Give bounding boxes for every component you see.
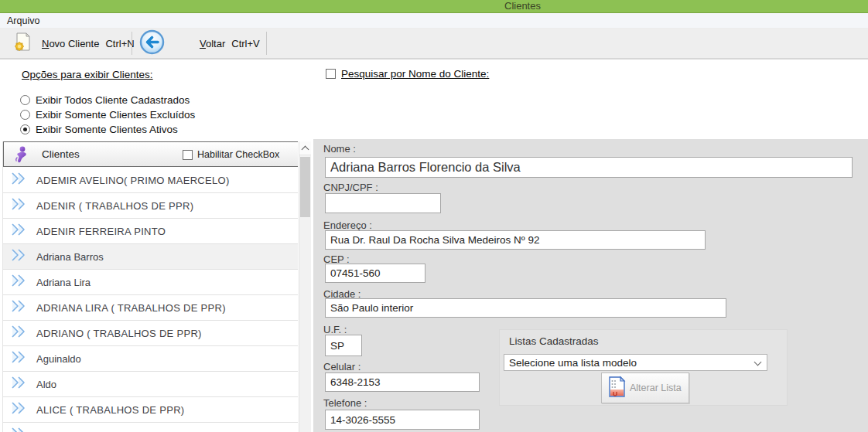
chevron-right-icon xyxy=(11,325,27,341)
novo-cliente-label: Novo Cliente xyxy=(42,38,99,49)
pesquisar-label: Pesquisar por Nome do Cliente: xyxy=(341,68,489,80)
client-list-panel: Clientes Habilitar CheckBox ADEMIR AVELI… xyxy=(2,141,298,432)
habilitar-checkbox-row[interactable]: Habilitar CheckBox xyxy=(183,149,279,160)
client-row[interactable]: Adriana Lira xyxy=(3,270,298,295)
pesquisar-nome-row[interactable]: Pesquisar por Nome do Cliente: xyxy=(326,68,489,80)
client-row[interactable]: ALICE ( TRABALHOS DE PPR) xyxy=(3,397,298,423)
chevron-right-icon xyxy=(11,172,27,188)
nome-label: Nome : xyxy=(323,143,356,155)
cnpj-cpf-label: CNPJ/CPF : xyxy=(323,182,378,193)
chevron-right-icon xyxy=(11,223,27,239)
cep-input[interactable] xyxy=(325,264,425,283)
list-document-icon xyxy=(607,376,627,401)
novo-cliente-shortcut: Ctrl+N xyxy=(105,38,134,49)
scrollbar-thumb[interactable] xyxy=(300,157,310,217)
listas-cadastradas-group: Listas Cadastradas Selecione uma lista m… xyxy=(499,329,788,406)
scroll-up-arrow-icon[interactable] xyxy=(299,141,311,155)
toolbar: Novo Cliente Ctrl+N xyxy=(0,29,868,60)
client-list-title: Clientes xyxy=(42,148,80,160)
chevron-right-icon xyxy=(11,300,27,315)
toolbar-separator xyxy=(132,32,132,55)
telefone-label: Telefone : xyxy=(323,397,367,409)
client-row-selected[interactable]: Adriana Barros xyxy=(3,244,298,270)
lista-modelo-selected-value: Selecione uma lista modelo xyxy=(509,357,637,369)
window-title: Clientes xyxy=(504,0,541,12)
new-document-icon xyxy=(14,32,32,55)
listas-cadastradas-title: Listas Cadastradas xyxy=(509,335,599,347)
voltar-shortcut: Ctrl+V xyxy=(231,38,259,49)
clientes-window: Clientes Arquivo Novo Cliente Ctrl+N xyxy=(0,0,868,432)
voltar-label: Voltar xyxy=(200,38,225,49)
client-form-panel: Nome : CNPJ/CPF : Endereço : CEP : Cidad… xyxy=(313,139,868,432)
endereco-input[interactable] xyxy=(325,230,706,250)
radio-circle-checked[interactable] xyxy=(20,124,30,134)
title-bar: Clientes xyxy=(0,0,868,13)
chevron-right-icon xyxy=(11,376,27,392)
cnpj-cpf-input[interactable] xyxy=(325,193,441,213)
radio-circle[interactable] xyxy=(20,95,30,105)
menu-bar: Arquivo xyxy=(0,13,868,29)
chevron-right-icon xyxy=(11,249,27,264)
uf-input[interactable] xyxy=(325,335,362,356)
client-row[interactable]: ADEMIR AVELINO( PRIMO MAERCELO) xyxy=(3,168,298,193)
lista-modelo-dropdown[interactable]: Selecione uma lista modelo xyxy=(504,354,767,371)
voltar-label-wrap: Voltar Ctrl+V xyxy=(200,38,260,49)
radio-exibir-todos[interactable]: Exibir Todos Cliente Cadastrados xyxy=(20,93,190,107)
client-row[interactable]: ADENIR FERREIRA PINTO xyxy=(3,219,298,244)
chevron-right-icon xyxy=(11,427,27,432)
novo-cliente-button[interactable]: Novo Cliente Ctrl+N xyxy=(8,29,130,58)
client-row[interactable]: Aguinaldo xyxy=(3,346,298,372)
alterar-lista-button[interactable]: Alterar Lista xyxy=(601,372,689,403)
habilitar-checkbox[interactable] xyxy=(183,150,193,160)
celular-label: Celular : xyxy=(323,361,361,372)
list-scrollbar[interactable] xyxy=(299,141,311,432)
pesquisar-checkbox[interactable] xyxy=(326,69,336,79)
habilitar-checkbox-label: Habilitar CheckBox xyxy=(197,149,279,160)
toolbar-separator xyxy=(266,32,267,55)
celular-input[interactable] xyxy=(325,372,480,392)
chevron-right-icon xyxy=(11,274,27,290)
client-row[interactable]: ADENIR ( TRABALHOS DE PPR) xyxy=(3,193,298,219)
back-arrow-icon xyxy=(139,29,165,58)
nome-input[interactable] xyxy=(325,157,853,178)
radio-exibir-excluidos[interactable]: Exibir Somente Clientes Excluídos xyxy=(20,107,195,121)
chevron-right-icon xyxy=(11,402,27,417)
chevron-right-icon xyxy=(11,198,27,213)
client-rows: ADEMIR AVELINO( PRIMO MAERCELO) ADENIR (… xyxy=(3,168,298,432)
voltar-button[interactable]: Voltar Ctrl+V xyxy=(133,29,265,58)
radio-exibir-ativos[interactable]: Exibir Somente Clientes Ativos xyxy=(20,122,178,136)
uf-label: U.F. : xyxy=(323,324,347,335)
chevron-right-icon xyxy=(11,351,27,366)
telefone-input[interactable] xyxy=(325,410,480,430)
alterar-lista-label: Alterar Lista xyxy=(630,383,682,393)
client-list-header: Clientes Habilitar CheckBox xyxy=(3,141,298,167)
endereco-label: Endereço : xyxy=(323,219,372,231)
clients-person-icon xyxy=(12,145,32,165)
options-title: Opções para exibir Clientes: xyxy=(22,69,153,80)
client-row[interactable]: ADRIANA LIRA ( TRABALHOS DE PPR) xyxy=(3,295,298,321)
client-row[interactable]: Aldo xyxy=(3,372,298,397)
menu-arquivo[interactable]: Arquivo xyxy=(0,13,46,29)
radio-circle[interactable] xyxy=(20,110,30,120)
client-row[interactable]: ADRIANO ( TRABALHOS DE PPR) xyxy=(3,321,298,346)
chevron-down-icon xyxy=(754,359,762,366)
cidade-input[interactable] xyxy=(325,298,726,318)
client-row-partial[interactable] xyxy=(3,423,298,432)
